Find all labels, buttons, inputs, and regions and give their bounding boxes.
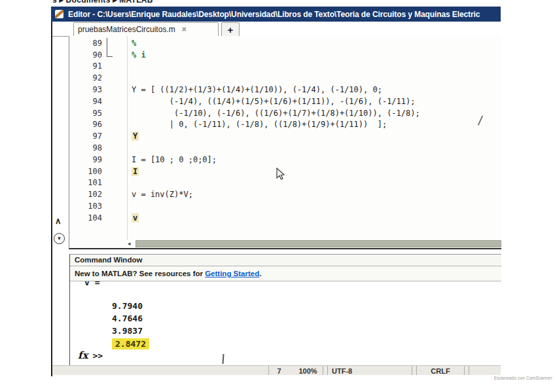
scroll-left-arrow-icon[interactable]: ◂ (128, 240, 131, 248)
code-line[interactable]: 94 (-1/4), ((1/4)+(1/5)+(1/6)+(1/11)), -… (69, 96, 501, 107)
code-text: % i (132, 50, 146, 60)
status-cell: 7 (268, 366, 289, 375)
editor-horizontal-scrollbar[interactable]: ◂ (69, 240, 501, 248)
line-number[interactable]: 92 (69, 73, 102, 82)
camscanner-watermark: Escaneado con CamScanner (494, 376, 552, 380)
code-line[interactable]: 96 | 0, (-1/11), (-1/8), ((1/8)+(1/9)+(1… (69, 119, 501, 131)
editor-title-bar[interactable]: Editor - C:\Users\Enrique Raudales\Deskt… (51, 7, 501, 22)
line-number[interactable]: 90 (69, 50, 102, 60)
prompt-chevrons: >> (92, 351, 103, 361)
line-number[interactable]: 94 (69, 97, 102, 106)
line-number[interactable]: 102 (69, 190, 102, 199)
code-line[interactable]: 90% i (69, 49, 501, 61)
code-text: v = inv(Z)*V; (132, 190, 193, 199)
line-number[interactable]: 104 (69, 213, 102, 223)
code-line[interactable]: 93Y = [ ((1/2)+(1/3)+(1/4)+(1/10)), (-1/… (69, 84, 501, 96)
code-line[interactable]: 89% (69, 37, 501, 49)
line-number[interactable]: 89 (69, 39, 102, 48)
code-line[interactable]: 100I (69, 166, 501, 177)
tab-label: pruebasMatricesCircuitos.m (78, 25, 175, 34)
getting-started-link[interactable]: Getting Started (205, 270, 259, 277)
code-line[interactable]: 103 (69, 200, 501, 212)
code-text: (-1/10), (-1/6), ((1/6)+(1/7)+(1/8)+(1/1… (132, 109, 420, 118)
code-text: Y (132, 132, 139, 141)
output-value-highlighted: 2.8472 (112, 338, 149, 349)
matlab-editor-window: Editor - C:\Users\Enrique Raudales\Deskt… (51, 7, 501, 374)
code-text: (-1/4), ((1/4)+(1/5)+(1/6)+(1/11)), -(1/… (132, 97, 415, 106)
code-line[interactable]: 91 (69, 61, 501, 73)
status-cell: UTF-8 (327, 366, 412, 375)
code-lines: 89%90% i919293Y = [ ((1/2)+(1/3)+(1/4)+(… (69, 37, 501, 224)
banner-text: New to MATLAB? See resources for (75, 270, 205, 277)
status-bar: 7100%UTF-8CRLF (52, 365, 501, 375)
command-window: Command Window New to MATLAB? See resour… (69, 254, 501, 365)
code-line[interactable]: 104v (69, 212, 501, 224)
code-line[interactable]: 95 (-1/10), (-1/6), ((1/6)+(1/7)+(1/8)+(… (69, 107, 501, 119)
output-value: 4.7646 (112, 313, 143, 323)
line-number[interactable]: 95 (69, 109, 102, 118)
line-number[interactable]: 100 (69, 167, 102, 176)
code-text: % (132, 39, 136, 48)
line-number[interactable]: 96 (69, 120, 102, 129)
output-value: 3.9837 (112, 326, 143, 336)
code-line[interactable]: 92 (69, 72, 501, 84)
output-value: 9.7940 (112, 301, 143, 311)
banner-suffix: . (259, 270, 261, 277)
code-text: I = [10 ; 0 ;0;0]; (132, 155, 217, 164)
window-left-border (51, 7, 52, 376)
line-number[interactable]: 103 (69, 202, 102, 211)
code-line[interactable]: 97Y (69, 130, 501, 142)
scrollbar-thumb[interactable] (135, 240, 501, 247)
line-number[interactable]: 98 (69, 143, 102, 152)
editor-document-icon (55, 10, 63, 18)
circled-down-arrow-icon[interactable]: ▼ (54, 233, 65, 244)
status-cells: 7100%UTF-8CRLF (268, 366, 501, 375)
command-output: 9.79404.76463.98372.8472 (112, 300, 149, 350)
status-cell: 100% (293, 366, 323, 375)
code-line[interactable]: 98 (69, 142, 501, 154)
line-number[interactable]: 101 (69, 178, 102, 187)
command-window-header[interactable]: Command Window (70, 254, 501, 266)
code-text: Y = [ ((1/2)+(1/3)+(1/4)+(1/10)), (-1/4)… (132, 85, 382, 94)
new-tab-button[interactable]: + (221, 22, 240, 37)
output-value-row: 9.7940 (112, 300, 149, 312)
line-number[interactable]: 91 (69, 62, 102, 71)
code-text: I (132, 167, 139, 176)
line-number[interactable]: 97 (69, 132, 102, 141)
code-text: | 0, (-1/11), (-1/8), ((1/8)+(1/9)+(1/11… (132, 120, 387, 129)
collapse-up-icon[interactable]: ∧ (55, 216, 62, 226)
mouse-cursor-icon (275, 168, 285, 182)
command-prompt[interactable]: fx >> (78, 349, 103, 361)
editor-tab-bar: pruebasMatricesCircuitos.m × + (52, 22, 501, 37)
line-number[interactable]: 93 (69, 85, 102, 94)
code-line[interactable]: 101 (69, 177, 501, 189)
code-editor[interactable]: 89%90% i919293Y = [ ((1/2)+(1/3)+(1/4)+(… (69, 36, 501, 249)
fx-function-icon[interactable]: fx (78, 349, 88, 361)
line-number[interactable]: 99 (69, 155, 102, 164)
scanned-matlab-screenshot: s ▸ Documents ▸ MATLAB Editor - C:\Users… (0, 0, 555, 392)
code-line[interactable]: 102v = inv(Z)*V; (69, 188, 501, 200)
tab-pruebasmatricescircuitos[interactable]: pruebasMatricesCircuitos.m × (73, 22, 219, 36)
breadcrumb[interactable]: s ▸ Documents ▸ MATLAB (52, 0, 153, 5)
status-cell: CRLF (416, 366, 465, 375)
output-value-row: 3.9837 (112, 325, 149, 337)
output-value-row: 2.8472 (112, 338, 149, 350)
output-value-row: 4.7646 (112, 312, 149, 325)
window-title: Editor - C:\Users\Enrique Raudales\Deskt… (68, 10, 480, 19)
new-to-matlab-banner: New to MATLAB? See resources for Getting… (70, 266, 501, 281)
code-line[interactable]: 99I = [10 ; 0 ;0;0]; (69, 154, 501, 166)
tab-close-icon[interactable]: × (182, 25, 187, 34)
status-cell (469, 366, 501, 375)
code-text: v (132, 213, 139, 223)
